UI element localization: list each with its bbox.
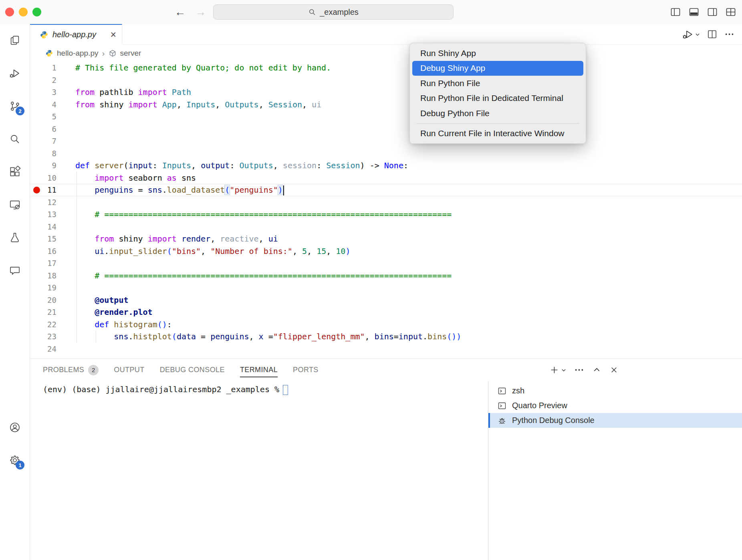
- code-line-21[interactable]: 21 @render.plot: [30, 306, 742, 318]
- account-activity-button[interactable]: [0, 411, 30, 444]
- panel-tab-output[interactable]: OUTPUT: [114, 359, 144, 381]
- close-window-button[interactable]: [5, 8, 14, 16]
- maximize-button[interactable]: [592, 365, 602, 375]
- panel-tab-label: PORTS: [293, 366, 319, 374]
- code-line-14[interactable]: 14: [30, 221, 742, 233]
- code-editor[interactable]: 1# This file generated by Quarto; do not…: [30, 62, 742, 359]
- terminal-list-item-zsh[interactable]: zsh: [488, 383, 742, 398]
- code-line-23[interactable]: 23 sns.histplot(data = penguins, x ="fli…: [30, 330, 742, 343]
- close-button[interactable]: [609, 365, 619, 375]
- code-line-24[interactable]: 24: [30, 343, 742, 355]
- new-terminal-button[interactable]: [549, 365, 567, 375]
- panel-body: (env) (base) jjallaire@jjallairesmbp2 _e…: [30, 381, 742, 560]
- gutter[interactable]: 5: [30, 111, 56, 123]
- code-line-7[interactable]: 7: [30, 135, 742, 147]
- tab-close-icon[interactable]: ×: [110, 30, 116, 40]
- panel-tab-terminal[interactable]: TERMINAL: [240, 359, 278, 381]
- gutter[interactable]: 11: [30, 184, 56, 196]
- code-line-1[interactable]: 1# This file generated by Quarto; do not…: [30, 62, 742, 74]
- menu-item-run-current-file-in-interactive-window[interactable]: Run Current File in Interactive Window: [412, 126, 583, 141]
- code-line-6[interactable]: 6: [30, 123, 742, 135]
- gutter[interactable]: 20: [30, 294, 56, 306]
- code-line-8[interactable]: 8: [30, 147, 742, 160]
- split-editor-button[interactable]: [707, 29, 718, 40]
- testing-activity-button[interactable]: [0, 221, 30, 254]
- toggle-primary-sidebar-icon[interactable]: [670, 6, 681, 18]
- source-control-activity-button[interactable]: 2: [0, 90, 30, 123]
- gutter[interactable]: 3: [30, 86, 56, 99]
- breakpoint-icon[interactable]: [33, 187, 40, 193]
- code-line-10[interactable]: 10 import seaborn as sns: [30, 172, 742, 184]
- gutter[interactable]: 7: [30, 135, 56, 147]
- run-python-button[interactable]: [682, 28, 700, 40]
- code-line-20[interactable]: 20 @output: [30, 294, 742, 306]
- code-line-22[interactable]: 22 def histogram():: [30, 318, 742, 331]
- gutter[interactable]: 17: [30, 257, 56, 270]
- breadcrumb-symbol[interactable]: server: [120, 49, 141, 58]
- terminal[interactable]: (env) (base) jjallaire@jjallairesmbp2 _e…: [30, 381, 488, 560]
- gutter[interactable]: 12: [30, 196, 56, 209]
- code-line-17[interactable]: 17: [30, 257, 742, 270]
- code-line-12[interactable]: 12: [30, 196, 742, 209]
- command-center-search[interactable]: _examples: [213, 4, 454, 20]
- gutter[interactable]: 23: [30, 330, 56, 343]
- menu-item-debug-shiny-app[interactable]: Debug Shiny App: [412, 61, 583, 76]
- gutter[interactable]: 2: [30, 74, 56, 87]
- search-activity-button[interactable]: [0, 123, 30, 155]
- forward-button[interactable]: →: [195, 6, 206, 18]
- gutter[interactable]: 19: [30, 282, 56, 294]
- more-button[interactable]: [574, 365, 585, 375]
- customize-layout-icon[interactable]: [725, 6, 736, 18]
- gutter[interactable]: 13: [30, 208, 56, 221]
- panel-tab-problems[interactable]: PROBLEMS2: [43, 359, 99, 381]
- code-line-3[interactable]: 3from pathlib import Path: [30, 86, 742, 99]
- run-debug-activity-button[interactable]: [0, 57, 30, 90]
- panel-tab-ports[interactable]: PORTS: [293, 359, 319, 381]
- breadcrumb-file[interactable]: hello-app.py: [57, 49, 99, 58]
- code-line-15[interactable]: 15 from shiny import render, reactive, u…: [30, 233, 742, 245]
- gutter[interactable]: 24: [30, 343, 56, 355]
- panel-tab-debug-console[interactable]: DEBUG CONSOLE: [160, 359, 225, 381]
- gutter[interactable]: 14: [30, 221, 56, 233]
- remote-explorer-activity-button[interactable]: [0, 188, 30, 221]
- comments-activity-button[interactable]: [0, 254, 30, 287]
- back-button[interactable]: ←: [175, 6, 186, 18]
- code-text: def histogram():: [56, 318, 172, 331]
- extensions-activity-button[interactable]: [0, 155, 30, 188]
- gutter[interactable]: 16: [30, 245, 56, 258]
- toggle-secondary-sidebar-icon[interactable]: [707, 6, 718, 18]
- zoom-window-button[interactable]: [32, 8, 41, 16]
- gutter[interactable]: 22: [30, 318, 56, 331]
- toggle-panel-icon[interactable]: [688, 6, 700, 18]
- gutter[interactable]: 1: [30, 62, 56, 74]
- gutter[interactable]: 18: [30, 270, 56, 282]
- code-line-16[interactable]: 16 ui.input_slider("bins", "Number of bi…: [30, 245, 742, 258]
- gutter[interactable]: 15: [30, 233, 56, 245]
- terminal-list-item-quarto-preview[interactable]: Quarto Preview: [488, 398, 742, 413]
- menu-item-run-shiny-app[interactable]: Run Shiny App: [412, 46, 583, 61]
- gutter[interactable]: 8: [30, 147, 56, 160]
- gutter[interactable]: 10: [30, 172, 56, 184]
- menu-item-debug-python-file[interactable]: Debug Python File: [412, 106, 583, 121]
- code-line-9[interactable]: 9def server(input: Inputs, output: Outpu…: [30, 159, 742, 172]
- code-line-11[interactable]: 11 penguins = sns.load_dataset("penguins…: [30, 184, 742, 196]
- gutter[interactable]: 9: [30, 159, 56, 172]
- tab-hello-app-py[interactable]: hello-app.py ×: [30, 24, 122, 44]
- code-line-4[interactable]: 4from shiny import App, Inputs, Outputs,…: [30, 99, 742, 111]
- gutter[interactable]: 6: [30, 123, 56, 135]
- terminal-list-label: Quarto Preview: [512, 401, 567, 410]
- code-line-5[interactable]: 5: [30, 111, 742, 123]
- minimize-window-button[interactable]: [19, 8, 28, 16]
- menu-item-run-python-file-in-dedicated-terminal[interactable]: Run Python File in Dedicated Terminal: [412, 91, 583, 106]
- code-line-18[interactable]: 18 # ===================================…: [30, 270, 742, 282]
- code-line-2[interactable]: 2: [30, 74, 742, 87]
- settings-activity-button[interactable]: 1: [0, 444, 30, 477]
- gutter[interactable]: 21: [30, 306, 56, 318]
- terminal-list-item-python-debug-console[interactable]: Python Debug Console: [488, 413, 742, 428]
- gutter[interactable]: 4: [30, 99, 56, 111]
- code-line-19[interactable]: 19: [30, 282, 742, 294]
- explorer-activity-button[interactable]: [0, 24, 30, 57]
- more-button[interactable]: [724, 29, 735, 40]
- code-line-13[interactable]: 13 # ===================================…: [30, 208, 742, 221]
- menu-item-run-python-file[interactable]: Run Python File: [412, 76, 583, 91]
